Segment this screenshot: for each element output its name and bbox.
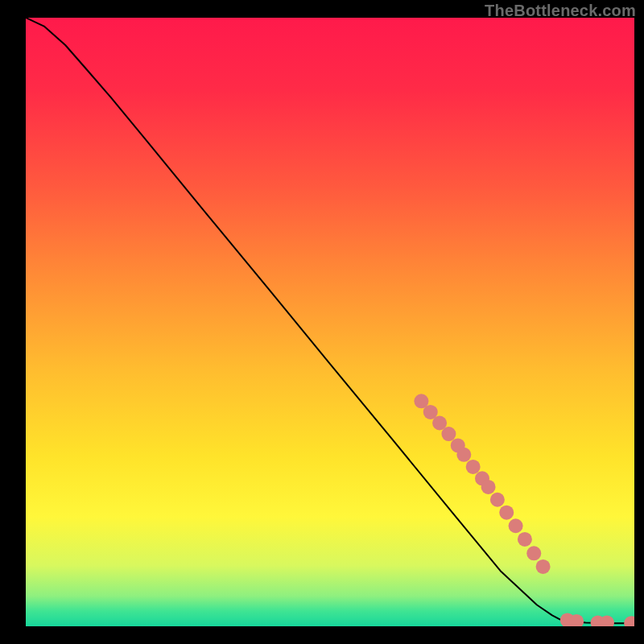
chart-svg [26, 18, 634, 626]
watermark-text: TheBottleneck.com [485, 2, 636, 20]
plot-area [26, 18, 634, 626]
marker-dot [466, 460, 481, 474]
chart-frame: TheBottleneck.com [0, 0, 644, 644]
marker-dot [481, 480, 496, 494]
marker-dot [490, 493, 505, 507]
marker-dot [509, 518, 523, 533]
marker-dot [456, 448, 471, 462]
marker-dot [526, 546, 541, 560]
marker-dot [499, 506, 514, 520]
marker-dot [518, 532, 532, 547]
marker-dot [536, 559, 551, 574]
marker-dot [441, 427, 456, 441]
gradient-background [26, 18, 634, 626]
